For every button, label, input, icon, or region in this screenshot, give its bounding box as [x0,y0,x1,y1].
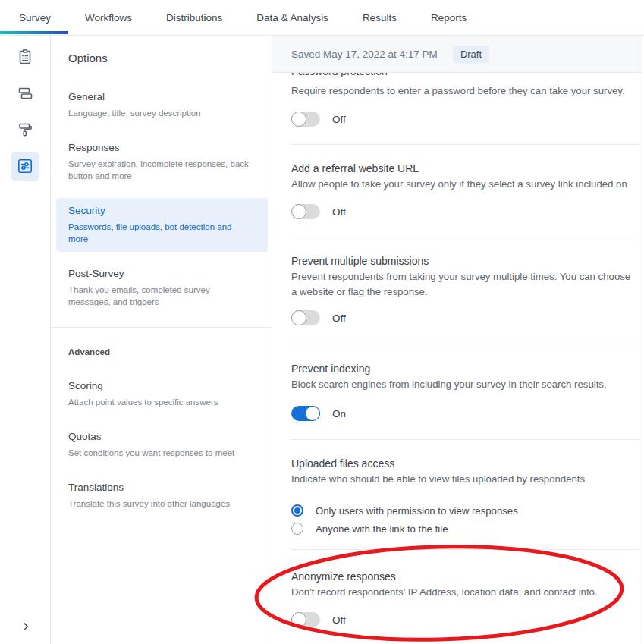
item-title: General [68,91,256,103]
section-description: Require respondents to enter a password … [291,83,639,99]
survey-builder-icon[interactable] [11,42,39,71]
tab-survey[interactable]: Survey [19,12,51,24]
section-description: Block search engines from including your… [291,377,639,392]
item-title: Security [68,205,256,217]
tab-results[interactable]: Results [363,12,397,24]
item-title: Translations [68,482,256,494]
item-title: Scoring [68,380,256,392]
radio-option-anyone-link[interactable]: Anyone with the link to the file [291,522,639,536]
tab-distributions[interactable]: Distributions [166,12,222,24]
tab-reports[interactable]: Reports [431,12,467,24]
options-item-quotas[interactable]: Quotas Set conditions you want responses… [56,424,268,466]
saved-timestamp: Saved May 17, 2022 at 4:17 PM [291,49,438,60]
item-subtitle: Set conditions you want responses to mee… [68,447,256,459]
left-icon-rail [0,36,51,644]
options-item-scoring[interactable]: Scoring Attach point values to specific … [56,373,268,415]
section-title: Prevent indexing [291,361,639,376]
prevent-indexing-toggle[interactable] [291,406,320,421]
options-item-post-survey[interactable]: Post-Survey Thank you emails, completed … [56,261,268,315]
chevron-right-icon [24,624,27,630]
toggle-state-label: Off [332,114,346,125]
prevent-multiple-toggle[interactable] [291,310,320,325]
survey-options-icon[interactable] [11,152,39,181]
options-panel: Options General Language, title, survey … [51,36,272,644]
active-tab-underline [0,31,68,34]
item-subtitle: Survey expiration, incomplete responses,… [68,158,256,182]
section-uploaded-files-access: Uploaded files access Indicate who shoul… [291,440,639,550]
radio-option-permission[interactable]: Only users with permission to view respo… [291,504,639,517]
section-prevent-indexing: Prevent indexing Block search engines fr… [291,344,639,440]
options-panel-title: Options [68,52,272,64]
item-subtitle: Passwords, file uploads, bot detection a… [68,221,256,245]
expand-rail-button[interactable] [0,615,51,638]
section-description: Allow people to take your survey only if… [291,177,639,192]
item-subtitle: Language, title, survey description [68,107,256,119]
options-item-security[interactable]: Security Passwords, file uploads, bot de… [56,198,268,252]
radio-button[interactable] [291,523,303,535]
anonymize-responses-toggle[interactable] [291,612,320,627]
section-prevent-multiple-submissions: Prevent multiple submissions Prevent res… [291,237,639,344]
options-item-general[interactable]: General Language, title, survey descript… [56,84,268,126]
status-badge: Draft [453,46,489,63]
toggle-state-label: On [332,408,346,419]
section-title: Anonymize responses [291,569,639,584]
options-item-responses[interactable]: Responses Survey expiration, incomplete … [56,135,268,189]
tab-data-analysis[interactable]: Data & Analysis [256,12,328,24]
radio-button-selected[interactable] [291,504,303,517]
survey-flow-icon[interactable] [11,79,39,108]
section-description-line1: Prevent respondents from taking your sur… [291,269,639,284]
look-and-feel-icon[interactable] [11,115,39,144]
section-description: Don't record respondents' IP Address, lo… [291,585,639,600]
tab-workflows[interactable]: Workflows [85,12,132,24]
item-subtitle: Translate this survey into other languag… [68,498,256,510]
password-protection-toggle[interactable] [291,112,320,127]
save-status-bar: Saved May 17, 2022 at 4:17 PM Draft [272,36,642,73]
section-password-protection: Password protection Require respondents … [291,73,639,145]
radio-label: Anyone with the link to the file [316,523,448,535]
security-settings-main: Saved May 17, 2022 at 4:17 PM Draft Pass… [272,36,642,644]
clipped-heading: Password protection [291,73,639,79]
item-title: Responses [68,142,256,154]
item-subtitle: Thank you emails, completed survey messa… [68,284,256,308]
radio-label: Only users with permission to view respo… [316,505,518,517]
section-title: Add a referral website URL [291,161,639,176]
top-nav: Survey Workflows Distributions Data & An… [0,0,644,36]
section-anonymize-responses: Anonymize responses Don't record respond… [291,550,639,627]
advanced-section-label: Advanced [68,347,272,357]
section-description-line2: a website or flag the response. [291,284,639,300]
item-subtitle: Attach point values to specific answers [68,396,256,408]
section-referral-url: Add a referral website URL Allow people … [291,145,639,237]
section-title: Prevent multiple submissions [291,253,639,269]
section-description: Indicate who should be able to view file… [291,472,639,487]
toggle-state-label: Off [332,614,346,626]
options-item-translations[interactable]: Translations Translate this survey into … [56,475,268,517]
item-title: Post-Survey [68,268,256,280]
panel-divider [51,327,272,328]
toggle-state-label: Off [332,206,346,218]
item-title: Quotas [68,431,256,443]
section-title: Uploaded files access [291,456,639,471]
referral-url-toggle[interactable] [291,204,320,219]
toggle-state-label: Off [332,313,346,324]
survey-settings-page: Survey Workflows Distributions Data & An… [0,0,644,644]
